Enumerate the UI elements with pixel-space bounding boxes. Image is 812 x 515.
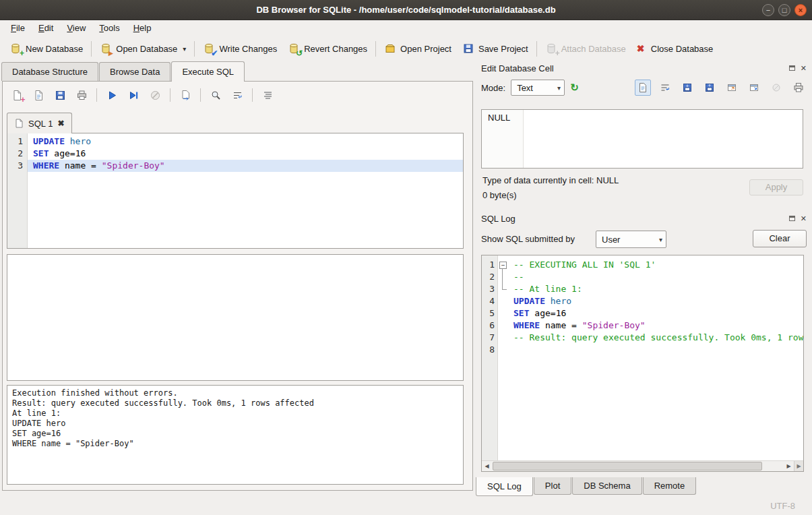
code-line: 6WHERE name = "Spider-Boy" [482,320,803,332]
find-button[interactable] [207,86,224,104]
menu-tools[interactable]: Tools [92,20,126,36]
fold-marker-icon[interactable] [498,259,508,271]
open-sql-file-button[interactable] [30,86,47,104]
code-line: 5SET age=16 [482,307,803,320]
sql-editor[interactable]: 1UPDATE hero2SET age=163WHERE name = "Sp… [7,133,464,249]
chevron-down-icon[interactable]: ▾ [183,45,186,53]
fold-column [498,271,508,283]
auto-format-icon[interactable]: ↻ [570,82,579,94]
line-number: 7 [482,332,498,344]
float-dock-icon[interactable] [789,216,795,221]
menu-help[interactable]: Help [127,20,158,36]
line-number: 1 [482,259,498,271]
app-window: DB Browser for SQLite - /home/user/code/… [0,0,812,515]
revert-changes-button[interactable]: ↺ Revert Changes [282,39,373,58]
save-project-button[interactable]: Save Project [457,39,534,58]
close-database-button[interactable]: ✖ Close Database [631,39,719,58]
tab-plot[interactable]: Plot [534,477,571,495]
execute-current-line-button[interactable] [125,86,142,104]
chevron-down-icon: ▾ [654,236,662,243]
results-grid[interactable] [7,254,464,381]
import-cell-icon [682,82,693,93]
menu-file[interactable]: File [4,20,32,36]
word-wrap-button[interactable] [228,86,246,104]
printer-icon [76,90,88,101]
write-changes-button[interactable]: ✔ Write Changes [197,39,282,58]
tab-remote[interactable]: Remote [643,477,697,495]
fold-column [498,332,508,344]
print-cell-button[interactable] [790,80,807,96]
sql-log-filter-row: Show SQL submitted by User ▾ Clear [481,230,807,249]
format-sql-button[interactable] [259,86,276,104]
close-dock-icon[interactable]: ✕ [801,65,807,71]
copy-cell-button[interactable] [746,80,762,96]
word-wrap-cell-button[interactable] [657,80,673,96]
line-number: 8 [482,344,498,356]
chevron-down-icon: ▾ [553,84,561,92]
tab-database-structure[interactable]: Database Structure [1,62,98,81]
cell-value: NULL [488,113,510,123]
scrollbar-thumb[interactable] [493,462,762,471]
sql-editor-tab[interactable]: SQL 1 ✖ [7,113,72,133]
open-external-button[interactable] [724,80,740,96]
cell-toolbar [635,80,807,96]
text-mode-button[interactable] [635,80,651,96]
cell-value-editor[interactable]: NULL [481,109,803,169]
close-tab-icon[interactable]: ✖ [57,119,64,128]
scroll-left-icon[interactable]: ◀ [482,461,492,471]
code-text [508,344,803,356]
submitted-by-select[interactable]: User ▾ [596,231,666,248]
encoding-indicator: UTF-8 [770,501,795,511]
maximize-button[interactable]: □ [778,4,790,16]
export-cell-button[interactable] [701,80,718,96]
export-cell-icon [704,82,715,93]
export-results-icon [180,90,191,101]
mode-select[interactable]: Text ▾ [511,80,565,96]
line-number: 6 [482,320,498,332]
code-line: 8 [482,344,803,356]
toolbar-separator [96,88,97,102]
open-project-label: Open Project [400,44,451,54]
close-button[interactable]: × [794,4,807,16]
code-line: 2-- [482,271,803,283]
code-text: UPDATE hero [28,135,463,148]
minimize-button[interactable]: − [762,4,774,16]
code-line: 3-- At line 1: [482,283,803,295]
attach-database-label: Attach Database [561,44,626,54]
open-database-button[interactable]: ► Open Database ▾ [94,39,191,58]
tab-sql-log[interactable]: SQL Log [476,477,533,496]
text-document-icon [637,82,648,93]
submitted-by-value: User [602,235,654,245]
open-project-button[interactable]: Open Project [379,39,457,58]
toolbar-separator [91,41,92,57]
clear-log-button[interactable]: Clear [753,230,807,247]
scroll-right-icon[interactable]: ▶ [784,461,794,471]
new-sql-tab-button[interactable]: + [8,86,26,104]
main-tab-bar: Database Structure Browse Data Execute S… [1,61,245,81]
execute-all-button[interactable] [103,86,121,104]
close-dock-icon[interactable]: ✕ [801,215,807,222]
code-line: 1-- EXECUTING ALL IN 'SQL 1' [482,259,803,271]
export-results-button[interactable] [177,86,194,104]
tab-execute-sql[interactable]: Execute SQL [171,61,245,82]
tab-browse-data[interactable]: Browse Data [99,62,170,81]
new-database-button[interactable]: + New Database [4,39,88,58]
print-sql-button[interactable] [73,86,90,104]
fold-column [498,283,508,295]
tab-db-schema[interactable]: DB Schema [572,477,642,495]
float-dock-icon[interactable] [789,65,795,71]
toolbar-separator [170,88,170,102]
attach-database-icon: + [545,42,557,55]
document-icon [15,119,24,128]
save-sql-file-icon [55,90,66,101]
edit-cell-dock-header: Edit Database Cell ✕ [481,62,807,74]
horizontal-scrollbar[interactable]: ◀ ▶ ▶ [482,460,803,471]
menu-edit[interactable]: Edit [32,20,60,36]
line-number: 5 [482,307,498,320]
save-sql-file-button[interactable] [51,86,69,104]
format-sql-icon [262,90,274,101]
import-cell-button[interactable] [679,80,695,96]
menu-view[interactable]: View [60,20,92,36]
cell-type-info: Type of data currently in cell: NULL [482,175,619,185]
line-number: 2 [7,148,28,160]
